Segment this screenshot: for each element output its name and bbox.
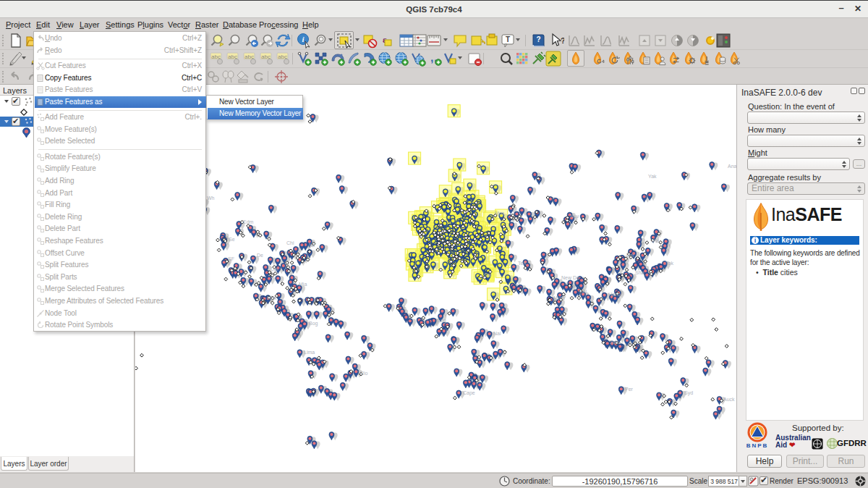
svg-text:Nov: Nov (570, 214, 579, 219)
svg-text:Auck: Auck (723, 397, 735, 402)
svg-text:T: T (506, 35, 510, 43)
svg-text:Rio: Rio (360, 371, 368, 376)
svg-text:Mia: Mia (299, 282, 307, 287)
svg-text:Cape: Cape (463, 390, 475, 396)
svg-text:Mum: Mum (553, 295, 565, 300)
svg-text:BNPB: BNPB (746, 442, 769, 448)
svg-text:Mex: Mex (267, 295, 277, 300)
svg-text:Kol: Kol (579, 289, 587, 294)
svg-text:New De: New De (561, 275, 579, 280)
svg-text:NY: NY (309, 243, 316, 248)
svg-text:Tok: Tok (665, 261, 673, 266)
svg-text:SF: SF (228, 256, 234, 261)
svg-text:Jak: Jak (610, 340, 618, 345)
svg-text:Ana: Ana (728, 164, 736, 169)
svg-text:Bog: Bog (309, 321, 318, 327)
svg-text:?: ? (561, 36, 564, 45)
svg-text:Cai: Cai (484, 272, 492, 277)
svg-text:Nai: Nai (493, 331, 501, 336)
svg-text:Wh: Wh (207, 195, 215, 201)
svg-text:,: , (430, 51, 433, 64)
svg-text:Sha: Sha (635, 270, 644, 275)
svg-text:Se: Se (229, 237, 235, 242)
svg-text:Hano: Hano (608, 292, 621, 297)
svg-text:Teh: Teh (518, 261, 526, 266)
svg-text:Lima: Lima (304, 350, 315, 355)
svg-text:Bei: Bei (626, 253, 634, 258)
svg-text:Mos: Mos (495, 211, 505, 216)
svg-text:Edm: Edm (243, 219, 254, 224)
svg-text:Vla: Vla (652, 238, 659, 243)
svg-text:Dal: Dal (271, 266, 278, 272)
svg-text:Chi: Chi (286, 240, 294, 245)
svg-text:Lag: Lag (438, 318, 446, 324)
svg-text:Yak: Yak (648, 174, 657, 179)
svg-text:?: ? (536, 35, 540, 43)
svg-text:Syd: Syd (684, 390, 693, 396)
svg-text:Per: Per (625, 387, 634, 392)
svg-text:De: De (257, 253, 263, 258)
